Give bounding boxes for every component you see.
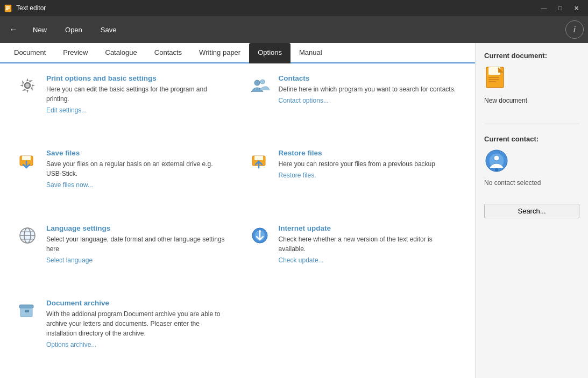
- svg-rect-1: [6, 6, 10, 8]
- svg-rect-27: [488, 81, 496, 82]
- option-restore-desc: Here you can restore your files from a p…: [279, 159, 435, 169]
- option-print-title[interactable]: Print options and basic settings: [46, 74, 227, 82]
- contact-icon: [484, 148, 509, 173]
- option-print-desc: Here you can edit the basic settings for…: [46, 84, 227, 104]
- check-update-link[interactable]: Check update...: [279, 256, 324, 264]
- option-archive-title[interactable]: Document archive: [46, 299, 227, 307]
- tab-writing-paper[interactable]: Writing paper: [190, 43, 249, 63]
- options-content: Print options and basic settings Here yo…: [0, 63, 475, 378]
- svg-rect-26: [488, 79, 499, 80]
- option-language: Language settings Select your language, …: [16, 224, 227, 283]
- option-language-text: Language settings Select your language, …: [46, 224, 227, 264]
- main-container: Document Preview Catalogue Contacts Writ…: [0, 43, 588, 378]
- option-restore-text: Restore files Here you can restore your …: [279, 149, 435, 179]
- svg-rect-9: [22, 156, 31, 160]
- svg-point-19: [259, 230, 261, 232]
- option-update-text: Internet update Check here whether a new…: [279, 224, 459, 264]
- save-files-link[interactable]: Save files now...: [46, 181, 93, 189]
- option-update-desc: Check here whether a new version of the …: [279, 234, 459, 254]
- option-save-title[interactable]: Save files: [46, 149, 227, 157]
- option-contacts: Contacts Define here in which program yo…: [249, 74, 459, 133]
- sidebar: Current document: New document Current c…: [475, 43, 588, 378]
- current-document-section: Current document: New document: [484, 52, 579, 113]
- option-language-title[interactable]: Language settings: [46, 224, 227, 232]
- option-save-text: Save files Save your files on a regular …: [46, 149, 227, 189]
- option-update: Internet update Check here whether a new…: [249, 224, 459, 283]
- tab-options[interactable]: Options: [249, 43, 291, 63]
- svg-point-7: [260, 80, 265, 84]
- close-button[interactable]: ✕: [569, 3, 584, 13]
- sidebar-divider-1: [484, 124, 579, 124]
- tab-manual[interactable]: Manual: [291, 43, 331, 63]
- save-button[interactable]: Save: [93, 23, 125, 37]
- svg-point-5: [25, 83, 30, 88]
- tabs: Document Preview Catalogue Contacts Writ…: [0, 43, 475, 63]
- svg-rect-25: [488, 77, 499, 78]
- edit-settings-link[interactable]: Edit settings...: [46, 106, 87, 114]
- restore-files-link[interactable]: Restore files.: [279, 172, 316, 179]
- contacts-icon: [249, 74, 271, 97]
- svg-rect-2: [6, 8, 10, 9]
- option-contacts-text: Contacts Define here in which program yo…: [279, 74, 456, 104]
- svg-point-6: [254, 80, 260, 85]
- option-restore-files: Restore files Here you can restore your …: [249, 149, 459, 208]
- tab-catalogue[interactable]: Catalogue: [97, 43, 146, 63]
- language-icon: [16, 224, 39, 247]
- archive-icon: [16, 299, 39, 322]
- svg-rect-22: [25, 310, 29, 312]
- search-button[interactable]: Search...: [484, 204, 579, 218]
- option-language-desc: Select your language, date format and ot…: [46, 234, 227, 254]
- tab-document[interactable]: Document: [5, 43, 54, 63]
- document-name: New document: [484, 97, 579, 104]
- content-area: Document Preview Catalogue Contacts Writ…: [0, 43, 475, 378]
- option-archive: Document archive With the addional progr…: [16, 299, 227, 367]
- options-archive-link[interactable]: Options archive...: [46, 341, 96, 348]
- document-icon: [484, 65, 510, 91]
- option-contacts-desc: Define here in which program you want to…: [279, 84, 456, 94]
- option-save-desc: Save your files on a regular basis on an…: [46, 159, 227, 179]
- restore-icon: [249, 149, 271, 172]
- option-archive-text: Document archive With the addional progr…: [46, 299, 227, 348]
- app-title: Text editor: [16, 4, 46, 12]
- option-update-title[interactable]: Internet update: [279, 224, 459, 232]
- current-contact-label: Current contact:: [484, 135, 579, 143]
- toolbar: ← New Open Save i: [0, 16, 588, 43]
- option-archive-desc: With the addional program Document archi…: [46, 309, 227, 338]
- tab-preview[interactable]: Preview: [54, 43, 96, 63]
- gear-icon: [16, 74, 39, 97]
- current-contact-section: Current contact: No contact selected: [484, 135, 579, 195]
- option-print-text: Print options and basic settings Here yo…: [46, 74, 227, 114]
- contact-options-link[interactable]: Contact options...: [279, 97, 329, 104]
- option-save-files: Save files Save your files on a regular …: [16, 149, 227, 208]
- title-bar: Text editor — □ ✕: [0, 0, 588, 16]
- option-print-settings: Print options and basic settings Here yo…: [16, 74, 227, 133]
- select-language-link[interactable]: Select language: [46, 256, 93, 264]
- option-contacts-title[interactable]: Contacts: [279, 74, 456, 82]
- back-button[interactable]: ←: [4, 20, 23, 39]
- toolbar-left: ← New Open Save: [4, 20, 124, 39]
- svg-rect-20: [19, 305, 33, 308]
- update-icon: [249, 224, 271, 247]
- app-icon: [4, 4, 13, 12]
- no-contact-label: No contact selected: [484, 179, 579, 187]
- minimize-button[interactable]: —: [536, 3, 551, 13]
- tab-contacts[interactable]: Contacts: [146, 43, 190, 63]
- open-button[interactable]: Open: [57, 23, 90, 37]
- maximize-button[interactable]: □: [552, 3, 568, 13]
- save-icon: [16, 149, 39, 172]
- window-controls: — □ ✕: [536, 3, 584, 13]
- svg-rect-3: [6, 9, 8, 10]
- current-document-label: Current document:: [484, 52, 579, 60]
- svg-point-31: [494, 155, 499, 161]
- new-button[interactable]: New: [25, 23, 55, 37]
- svg-rect-11: [254, 156, 263, 160]
- info-button[interactable]: i: [565, 20, 584, 39]
- option-restore-title[interactable]: Restore files: [279, 149, 435, 157]
